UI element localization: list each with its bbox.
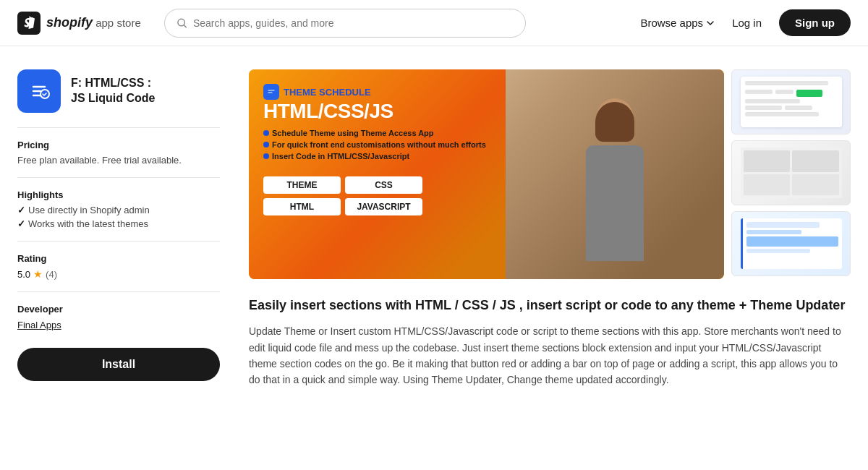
divider-4 [17,291,220,292]
check-icon-2: ✓ [17,218,25,229]
thumb-ui-1 [741,77,842,127]
main-app-image[interactable]: THEME SCHEDULE HTML/CSS/JS Schedule Them… [249,69,724,279]
description-title: Easily insert sections with HTML / CSS /… [249,296,851,315]
logo-text: shopify app store [46,15,141,30]
tag-javascript: JAVASCRIPT [345,198,422,215]
login-button[interactable]: Log in [732,17,762,29]
chevron-down-icon [706,19,715,27]
image-gallery: THEME SCHEDULE HTML/CSS/JS Schedule Them… [249,69,851,279]
tag-html: HTML [263,198,341,215]
search-icon [176,17,187,29]
thumbnail-2[interactable] [731,140,851,205]
highlight-item-1: ✓ Use directly in Shopify admin [17,205,220,215]
bullet-dot-3 [263,153,269,159]
bullet-3: Insert Code in HTML/CSS/Javascript [263,152,710,161]
app-logo-icon [26,78,52,104]
star-icon: ★ [33,268,43,280]
bullet-dot-1 [263,130,269,136]
thumbnail-3[interactable] [731,211,851,276]
theme-schedule-header: THEME SCHEDULE HTML/CSS/JS [263,84,710,121]
rating-score: 5.0 [17,269,30,280]
tag-theme: THEME [263,176,341,194]
developer-section: Developer Final Apps [17,304,220,330]
developer-label: Developer [17,304,220,315]
pricing-value: Free plan available. Free trial availabl… [17,155,220,166]
signup-button[interactable]: Sign up [779,9,851,36]
rating-row: 5.0 ★ (4) [17,268,220,280]
app-icon [17,69,61,113]
main-layout: F: HTML/CSS : JS Liquid Code Pricing Fre… [0,46,868,411]
thumbnail-column [731,69,851,279]
thumbnail-1[interactable] [731,69,851,134]
feature-bullets: Schedule Theme using Theme Access App Fo… [263,129,710,163]
app-header: F: HTML/CSS : JS Liquid Code [17,69,220,113]
highlights-label: Highlights [17,189,220,200]
main-image-inner: THEME SCHEDULE HTML/CSS/JS Schedule Them… [249,69,724,279]
install-button[interactable]: Install [17,348,220,381]
logo: shopify app store [17,12,141,35]
developer-link[interactable]: Final Apps [17,320,61,330]
app-title: F: HTML/CSS : JS Liquid Code [71,76,155,106]
header: shopify app store Browse apps Log in Sig… [0,0,868,46]
highlights-section: Highlights ✓ Use directly in Shopify adm… [17,189,220,229]
header-nav: Browse apps Log in Sign up [640,9,851,36]
pricing-label: Pricing [17,140,220,150]
sidebar: F: HTML/CSS : JS Liquid Code Pricing Fre… [17,69,220,388]
theme-icon-small [263,84,279,100]
shopify-logo-icon [17,12,41,35]
divider-1 [17,127,220,128]
pricing-section: Pricing Free plan available. Free trial … [17,140,220,166]
svg-rect-4 [266,87,276,97]
highlight-item-2: ✓ Works with the latest themes [17,218,220,229]
tag-css: CSS [345,176,422,194]
divider-2 [17,177,220,178]
check-icon-1: ✓ [17,205,25,215]
description-body: Update Theme or Insert custom HTML/CSS/J… [249,323,851,388]
thumb-ui-2 [741,148,842,198]
search-bar[interactable] [164,9,526,38]
rating-label: Rating [17,253,220,264]
rating-count: (4) [46,269,57,280]
html-css-js-title: HTML/CSS/JS [263,101,710,121]
tag-grid: THEME CSS HTML JAVASCRIPT [263,176,422,215]
theme-schedule-label: THEME SCHEDULE [284,87,371,98]
bullet-2: For quick front end customisations witho… [263,140,710,149]
content-area: THEME SCHEDULE HTML/CSS/JS Schedule Them… [249,69,851,388]
bullet-1: Schedule Theme using Theme Access App [263,129,710,137]
search-input[interactable] [193,17,514,29]
divider-3 [17,241,220,242]
rating-section: Rating 5.0 ★ (4) [17,253,220,280]
browse-apps-button[interactable]: Browse apps [640,17,715,29]
thumb-ui-3 [741,218,842,269]
app-description: Easily insert sections with HTML / CSS /… [249,296,851,388]
bullet-dot-2 [263,142,269,148]
